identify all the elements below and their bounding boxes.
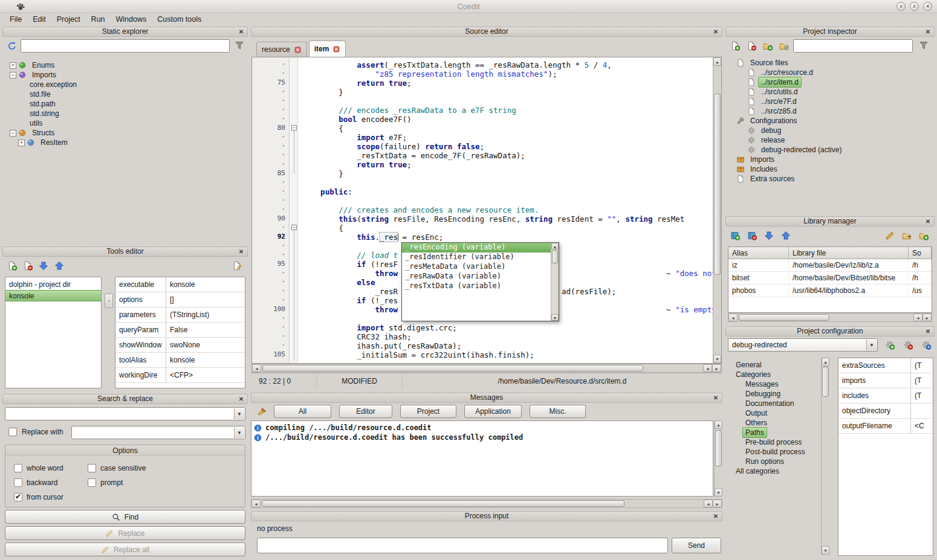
symbol-filter-input[interactable] xyxy=(21,39,230,53)
completion-scrollbar[interactable]: ▲ ▼ xyxy=(551,243,559,321)
scroll-up-icon[interactable]: ▲ xyxy=(715,420,722,429)
scroll-left-icon[interactable]: ◂ xyxy=(704,500,713,507)
tool-list-item[interactable]: konsole xyxy=(5,290,101,301)
menu-project[interactable]: Project xyxy=(52,14,85,25)
tree-item[interactable]: +ResItem xyxy=(5,138,245,147)
scroll-thumb[interactable] xyxy=(822,367,829,397)
menu-run[interactable]: Run xyxy=(86,14,110,25)
gear-add-button[interactable] xyxy=(883,338,897,352)
tab-close-icon[interactable] xyxy=(332,45,340,53)
tree-item[interactable]: ../src/item.d xyxy=(728,77,932,87)
gutter-line[interactable]: · xyxy=(252,187,289,196)
gutter-line[interactable]: · xyxy=(252,196,289,205)
tree-item[interactable]: Categories xyxy=(728,370,820,379)
close-panel-icon[interactable]: ✕ xyxy=(924,328,932,335)
tree-item[interactable]: Paths xyxy=(728,428,820,437)
tree-item[interactable]: Pre-build process xyxy=(728,437,820,447)
property-row[interactable]: toolAliaskonsole xyxy=(115,353,245,368)
menu-edit[interactable]: Edit xyxy=(28,14,51,25)
column-header[interactable]: Library file xyxy=(789,247,909,259)
scroll-up-icon[interactable]: ▲ xyxy=(551,243,559,249)
gutter-line[interactable]: · xyxy=(252,69,289,79)
scroll-thumb[interactable] xyxy=(739,314,829,321)
panel-header[interactable]: Library manager ✕ xyxy=(725,216,935,227)
filter-button[interactable] xyxy=(916,38,931,53)
panel-header[interactable]: Search & replace ✕ xyxy=(2,394,248,404)
property-row[interactable]: objectDirectory xyxy=(838,404,933,419)
tree-item[interactable]: std.file xyxy=(5,89,245,99)
panel-header[interactable]: Project configuration ✕ xyxy=(725,326,935,336)
panel-header[interactable]: Project inspector ✕ xyxy=(725,27,935,37)
gear-remove-button[interactable] xyxy=(901,338,915,352)
collapse-icon[interactable]: − xyxy=(10,72,16,79)
gutter-line[interactable]: 80 xyxy=(252,124,289,133)
tree-item[interactable]: release xyxy=(728,135,932,145)
tree-item[interactable]: Source files xyxy=(728,58,932,68)
folder-add-button[interactable] xyxy=(916,228,931,243)
tree-item[interactable]: −Imports xyxy=(5,70,245,80)
tree-item[interactable]: Messages xyxy=(728,379,820,389)
filter-application-button[interactable]: Application xyxy=(464,405,522,418)
property-row[interactable]: queryParamFalse xyxy=(115,323,245,338)
gutter-line[interactable]: · xyxy=(252,178,289,187)
tree-item[interactable]: Includes xyxy=(728,164,932,174)
gutter-line[interactable]: · xyxy=(252,323,289,332)
completion-item[interactable]: _resTxtData (variable) xyxy=(402,282,551,291)
library-row[interactable]: bitset/home/basile/Dev/Bitset/lib/bitse/… xyxy=(728,272,932,285)
scroll-up-icon[interactable]: ▲ xyxy=(822,358,829,366)
scroll-down-icon[interactable]: ▼ xyxy=(822,546,829,555)
gutter-line[interactable]: · xyxy=(252,142,289,151)
code-editor[interactable]: ··75····80····85····90·92··95····100····… xyxy=(251,57,722,364)
checkbox-backward[interactable]: backward xyxy=(14,478,88,487)
tab-item[interactable]: item xyxy=(309,40,346,57)
panel-header[interactable]: Process input ✕ xyxy=(251,511,722,521)
editor-hscrollbar[interactable]: ◂ ◂ ▸ xyxy=(251,364,722,373)
tree-item[interactable]: ../src/e7F.d xyxy=(728,97,932,106)
tree-item[interactable]: Documentation xyxy=(728,399,820,408)
scroll-up-icon[interactable]: ▲ xyxy=(713,57,721,66)
completion-item[interactable]: _resIdentifier (variable) xyxy=(402,253,551,262)
filter-button[interactable] xyxy=(232,38,247,53)
scroll-thumb[interactable] xyxy=(714,94,721,275)
checkbox-whole-word[interactable]: whole word xyxy=(14,464,88,472)
replace-all-button[interactable]: Replace all xyxy=(5,542,245,556)
tree-item[interactable]: debug-redirected (active) xyxy=(728,145,932,155)
folder-add-button[interactable] xyxy=(760,39,775,53)
gutter-line[interactable]: · xyxy=(252,269,289,278)
property-row[interactable]: workingDire<CFP> xyxy=(115,368,245,383)
maximize-button[interactable]: ∧ xyxy=(910,2,919,11)
clear-messages-button[interactable] xyxy=(255,405,269,419)
scroll-thumb[interactable] xyxy=(262,365,643,372)
editor-vscrollbar[interactable]: ▲ ▼ xyxy=(713,57,721,363)
checkbox-case-sensitive[interactable]: case sensitive xyxy=(88,464,161,472)
tree-item[interactable]: −Structs xyxy=(5,128,245,138)
completion-item[interactable]: _resMetaData (variable) xyxy=(402,262,551,272)
gutter-line[interactable]: · xyxy=(252,224,289,233)
arrow-up-button[interactable] xyxy=(52,259,66,273)
gutter-line[interactable]: 92 xyxy=(252,233,289,242)
filter-all-button[interactable]: All xyxy=(274,405,331,418)
scroll-right-icon[interactable]: ▸ xyxy=(713,500,722,507)
menu-windows[interactable]: Windows xyxy=(111,14,152,25)
tree-item[interactable]: core.exception xyxy=(5,80,245,89)
replace-button[interactable]: Replace xyxy=(5,526,245,540)
library-row[interactable]: phobos/usr/lib64/libphobos2.a/us xyxy=(728,285,932,297)
gutter-line[interactable]: · xyxy=(252,160,289,169)
panel-header[interactable]: Tools editor ✕ xyxy=(2,246,248,257)
scroll-down-icon[interactable]: ▼ xyxy=(715,488,722,497)
gutter-line[interactable]: · xyxy=(252,278,289,287)
property-row[interactable]: options[] xyxy=(115,292,245,307)
panel-header[interactable]: Source editor ✕ xyxy=(251,27,722,37)
panel-header[interactable]: Messages ✕ xyxy=(251,393,722,403)
property-row[interactable]: executablekonsole xyxy=(115,277,245,292)
tree-item[interactable]: All categories xyxy=(728,466,820,476)
project-filter-input[interactable] xyxy=(793,39,913,53)
panel-header[interactable]: Static explorer ✕ xyxy=(2,27,248,37)
tree-item[interactable]: ../src/z85.d xyxy=(728,106,932,116)
expand-icon[interactable]: + xyxy=(18,140,25,146)
gutter-line[interactable]: · xyxy=(252,106,289,115)
gutter-line[interactable]: · xyxy=(252,251,289,260)
completion-item[interactable]: _resRawData (variable) xyxy=(402,272,551,282)
scroll-down-icon[interactable]: ▼ xyxy=(551,314,559,321)
gutter-line[interactable]: 100 xyxy=(252,305,289,314)
